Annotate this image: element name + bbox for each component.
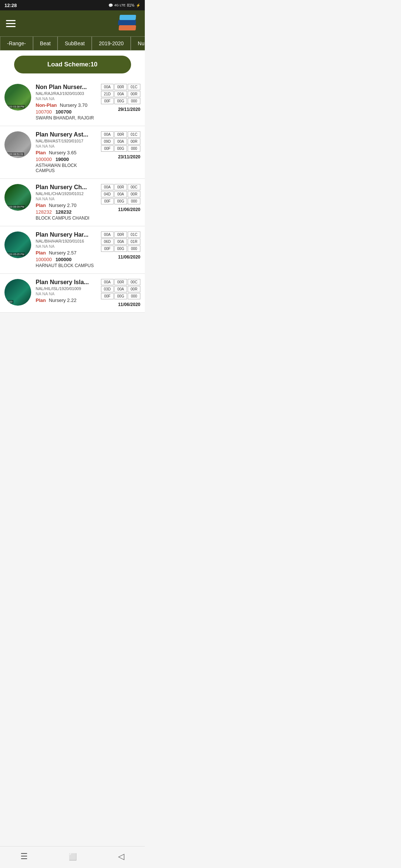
- list-item-0[interactable]: 2020 03:38 PMNon Plan Nurser...NAL/RAJ/R…: [0, 79, 145, 126]
- item-date-1: 23/11/2020: [118, 154, 140, 160]
- code-cell: 00A: [101, 131, 114, 138]
- code-cell: 000: [128, 246, 140, 252]
- item-location-1: ASTHAWAN BLOCK CAMPUS: [36, 163, 97, 173]
- item-code-4: NAL/HIL/ISL/1920/01009: [36, 286, 97, 291]
- item-content-1: Plan Nursery Ast...NAL/BIH/AST/1920/0101…: [36, 131, 97, 173]
- item-timestamp-4: 2020: [6, 300, 13, 303]
- item-title-0: Non Plan Nurser...: [36, 84, 97, 91]
- item-tag-3: Plan: [36, 250, 46, 256]
- item-tag-1: Plan: [36, 150, 46, 155]
- load-scheme-section: Load Scheme:10: [0, 50, 145, 79]
- load-scheme-button[interactable]: Load Scheme:10: [14, 56, 131, 73]
- code-cell: 00A: [114, 239, 127, 245]
- code-cell: 01C: [128, 84, 140, 90]
- code-cell: 000: [128, 98, 140, 104]
- code-cell: 00F: [101, 145, 114, 152]
- code-cell: 00F: [101, 198, 114, 204]
- item-image-1: 2020 08:51 01: [4, 131, 31, 158]
- item-code-grid-1: 00A00R01C09D00A00R00F00G000: [101, 131, 140, 152]
- battery-icon: 81%: [127, 3, 134, 7]
- item-image-0: 2020 03:38 PM: [4, 84, 31, 111]
- item-code-1: NAL/BIH/AST/1920/01017: [36, 139, 97, 143]
- item-type-label-3: Nursery 2.57: [49, 250, 76, 256]
- item-right-3: 00A00R01C06D00A01R00F00G00011/06/2020: [101, 231, 140, 260]
- code-cell: 00C: [128, 279, 140, 285]
- item-tag-4: Plan: [36, 297, 46, 303]
- item-location-3: HARNAUT BLOCK CAMPUS: [36, 263, 97, 268]
- status-time: 12:28: [4, 3, 17, 8]
- item-code-grid-3: 00A00R01C06D00A01R00F00G000: [101, 231, 140, 252]
- item-amount1-0: 100700: [36, 109, 52, 115]
- code-cell: 00F: [101, 98, 114, 104]
- code-cell: 00C: [128, 184, 140, 190]
- item-code-grid-0: 00A00R01C21D00A00R00F00G000: [101, 84, 140, 104]
- item-na-4: NA NA NA: [36, 292, 97, 296]
- code-cell: 03D: [101, 286, 114, 292]
- code-cell: 00R: [114, 231, 127, 238]
- hamburger-menu[interactable]: [6, 20, 16, 27]
- code-cell: 000: [128, 145, 140, 152]
- list-item-4[interactable]: 2020Plan Nursery Isla...NAL/HIL/ISL/1920…: [0, 274, 145, 313]
- item-code-2: NAL/HIL/CHA/1920/01012: [36, 191, 97, 196]
- item-content-3: Plan Nursery Har...NAL/BIH/HAR/1920/0101…: [36, 231, 97, 268]
- filter-tab-3[interactable]: 2019-2020: [92, 36, 131, 50]
- item-date-3: 11/06/2020: [118, 254, 140, 260]
- item-right-4: 00A00R00C03D00A00R00F00G00011/06/2020: [101, 279, 140, 307]
- item-date-2: 11/06/2020: [118, 207, 140, 212]
- code-cell: 00R: [114, 279, 127, 285]
- code-cell: 04D: [101, 191, 114, 197]
- item-timestamp-3: 2020 05:05 PM: [6, 253, 25, 256]
- item-code-grid-4: 00A00R00C03D00A00R00F00G000: [101, 279, 140, 299]
- item-na-2: NA NA NA: [36, 197, 97, 201]
- item-date-0: 29/11/2020: [118, 107, 140, 112]
- code-cell: 00R: [114, 84, 127, 90]
- item-right-0: 00A00R01C21D00A00R00F00G00029/11/2020: [101, 84, 140, 112]
- filter-tab-1[interactable]: Beat: [33, 36, 58, 50]
- item-amounts-1: 10000019000: [36, 157, 97, 162]
- code-cell: 000: [128, 198, 140, 204]
- filter-tab-4[interactable]: Nu: [131, 36, 145, 50]
- code-cell: 00G: [114, 198, 127, 204]
- item-code-3: NAL/BIH/HAR/1920/01016: [36, 239, 97, 243]
- item-type-label-0: Nursery 3.70: [60, 102, 87, 108]
- code-cell: 00R: [128, 91, 140, 97]
- item-timestamp-2: 2020 06:09 PM: [6, 205, 25, 208]
- code-cell: 00A: [101, 279, 114, 285]
- list-item-1[interactable]: 2020 08:51 01Plan Nursery Ast...NAL/BIH/…: [0, 126, 145, 179]
- code-cell: 00G: [114, 98, 127, 104]
- item-title-4: Plan Nursery Isla...: [36, 279, 97, 286]
- code-cell: 00R: [128, 138, 140, 145]
- item-type-row-3: Plan Nursery 2.57: [36, 250, 97, 256]
- code-cell: 00A: [101, 231, 114, 238]
- item-image-3: 2020 05:05 PM: [4, 231, 31, 258]
- item-na-0: NA NA NA: [36, 96, 97, 101]
- item-amounts-3: 100000100000: [36, 257, 97, 262]
- code-cell: 00R: [114, 131, 127, 138]
- code-cell: 00A: [101, 184, 114, 190]
- list-item-2[interactable]: 2020 06:09 PMPlan Nursery Ch...NAL/HIL/C…: [0, 179, 145, 226]
- item-type-label-1: Nursery 3.65: [49, 150, 76, 155]
- item-type-row-4: Plan Nursery 2.22: [36, 297, 97, 303]
- item-amount1-3: 100000: [36, 257, 52, 262]
- item-title-1: Plan Nursery Ast...: [36, 131, 97, 138]
- filter-tab-0[interactable]: -Range-: [0, 36, 33, 50]
- filter-tab-2[interactable]: SubBeat: [58, 36, 92, 50]
- code-cell: 00A: [114, 138, 127, 145]
- item-image-2: 2020 06:09 PM: [4, 184, 31, 211]
- item-amount2-2: 128232: [55, 209, 71, 215]
- item-na-3: NA NA NA: [36, 244, 97, 249]
- code-cell: 00A: [114, 91, 127, 97]
- item-type-row-2: Plan Nursery 2.70: [36, 203, 97, 208]
- code-cell: 00A: [101, 84, 114, 90]
- network-icon: 4G LTE: [114, 3, 125, 7]
- code-cell: 09D: [101, 138, 114, 145]
- list-item-3[interactable]: 2020 05:05 PMPlan Nursery Har...NAL/BIH/…: [0, 226, 145, 274]
- code-cell: 00R: [114, 184, 127, 190]
- item-title-2: Plan Nursery Ch...: [36, 184, 97, 191]
- code-cell: 06D: [101, 239, 114, 245]
- code-cell: 01C: [128, 131, 140, 138]
- item-location-2: BLOCK CAMPUS CHANDI: [36, 216, 97, 221]
- item-amount2-1: 19000: [55, 157, 69, 162]
- item-amounts-0: 100700100700: [36, 109, 97, 115]
- item-location-0: SWARN BHANDAR, RAJGIR: [36, 115, 97, 121]
